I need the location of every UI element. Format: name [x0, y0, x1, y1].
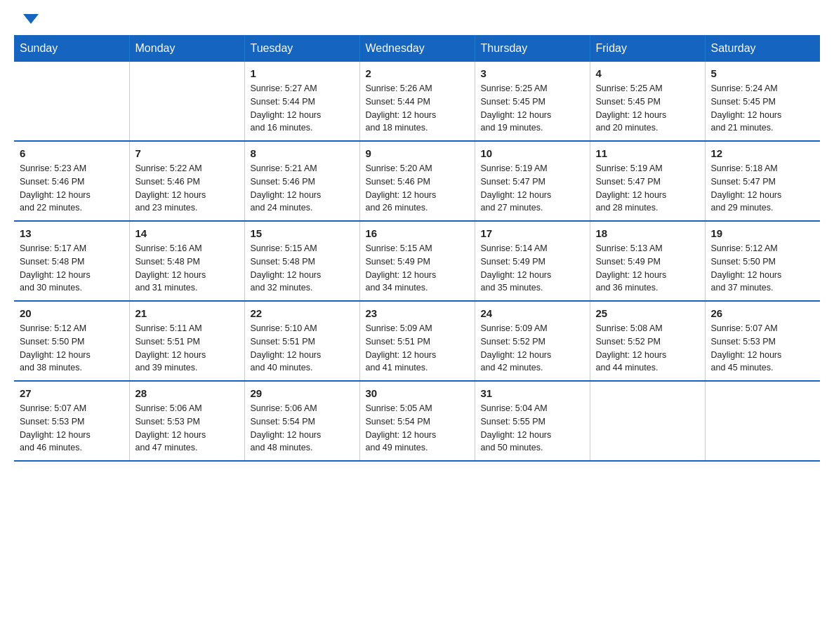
calendar-cell: 15Sunrise: 5:15 AMSunset: 5:48 PMDayligh… [244, 221, 359, 301]
logo [21, 14, 39, 24]
day-number: 20 [20, 307, 124, 319]
day-number: 21 [135, 307, 239, 319]
day-number: 7 [135, 147, 239, 159]
calendar-cell: 28Sunrise: 5:06 AMSunset: 5:53 PMDayligh… [129, 381, 244, 461]
calendar-cell: 30Sunrise: 5:05 AMSunset: 5:54 PMDayligh… [359, 381, 475, 461]
day-info: Sunrise: 5:22 AMSunset: 5:46 PMDaylight:… [135, 162, 239, 215]
day-info: Sunrise: 5:07 AMSunset: 5:53 PMDaylight:… [20, 402, 124, 455]
calendar-cell [590, 381, 705, 461]
day-number: 4 [596, 67, 699, 79]
week-row-4: 27Sunrise: 5:07 AMSunset: 5:53 PMDayligh… [14, 381, 820, 461]
day-info: Sunrise: 5:06 AMSunset: 5:54 PMDaylight:… [251, 402, 354, 455]
calendar-cell: 31Sunrise: 5:04 AMSunset: 5:55 PMDayligh… [475, 381, 590, 461]
day-info: Sunrise: 5:08 AMSunset: 5:52 PMDaylight:… [596, 322, 699, 375]
day-number: 24 [481, 307, 584, 319]
day-info: Sunrise: 5:09 AMSunset: 5:51 PMDaylight:… [366, 322, 469, 375]
logo-triangle-icon [23, 14, 39, 24]
day-number: 26 [711, 307, 815, 319]
day-number: 13 [20, 227, 124, 239]
calendar-cell: 19Sunrise: 5:12 AMSunset: 5:50 PMDayligh… [705, 221, 820, 301]
calendar-cell: 23Sunrise: 5:09 AMSunset: 5:51 PMDayligh… [359, 301, 475, 381]
calendar-cell: 17Sunrise: 5:14 AMSunset: 5:49 PMDayligh… [475, 221, 590, 301]
calendar-cell: 9Sunrise: 5:20 AMSunset: 5:46 PMDaylight… [359, 141, 475, 221]
header-day-thursday: Thursday [475, 35, 590, 62]
day-number: 27 [20, 387, 124, 399]
day-info: Sunrise: 5:26 AMSunset: 5:44 PMDaylight:… [366, 82, 469, 135]
header-day-saturday: Saturday [705, 35, 820, 62]
week-row-3: 20Sunrise: 5:12 AMSunset: 5:50 PMDayligh… [14, 301, 820, 381]
day-info: Sunrise: 5:10 AMSunset: 5:51 PMDaylight:… [251, 322, 354, 375]
calendar-cell: 27Sunrise: 5:07 AMSunset: 5:53 PMDayligh… [14, 381, 129, 461]
day-number: 8 [251, 147, 354, 159]
day-info: Sunrise: 5:07 AMSunset: 5:53 PMDaylight:… [711, 322, 815, 375]
day-number: 22 [251, 307, 354, 319]
calendar-cell: 7Sunrise: 5:22 AMSunset: 5:46 PMDaylight… [129, 141, 244, 221]
day-number: 15 [251, 227, 354, 239]
calendar-cell: 4Sunrise: 5:25 AMSunset: 5:45 PMDaylight… [590, 62, 705, 141]
day-info: Sunrise: 5:06 AMSunset: 5:53 PMDaylight:… [135, 402, 239, 455]
day-number: 2 [366, 67, 469, 79]
day-number: 5 [711, 67, 815, 79]
calendar-cell: 24Sunrise: 5:09 AMSunset: 5:52 PMDayligh… [475, 301, 590, 381]
calendar-cell: 13Sunrise: 5:17 AMSunset: 5:48 PMDayligh… [14, 221, 129, 301]
calendar-cell: 14Sunrise: 5:16 AMSunset: 5:48 PMDayligh… [129, 221, 244, 301]
calendar-cell: 21Sunrise: 5:11 AMSunset: 5:51 PMDayligh… [129, 301, 244, 381]
calendar-cell: 2Sunrise: 5:26 AMSunset: 5:44 PMDaylight… [359, 62, 475, 141]
day-info: Sunrise: 5:15 AMSunset: 5:48 PMDaylight:… [251, 242, 354, 295]
calendar-cell: 20Sunrise: 5:12 AMSunset: 5:50 PMDayligh… [14, 301, 129, 381]
header-day-friday: Friday [590, 35, 705, 62]
day-info: Sunrise: 5:04 AMSunset: 5:55 PMDaylight:… [481, 402, 584, 455]
day-number: 3 [481, 67, 584, 79]
calendar-cell: 5Sunrise: 5:24 AMSunset: 5:45 PMDaylight… [705, 62, 820, 141]
day-info: Sunrise: 5:27 AMSunset: 5:44 PMDaylight:… [251, 82, 354, 135]
day-info: Sunrise: 5:24 AMSunset: 5:45 PMDaylight:… [711, 82, 815, 135]
calendar-cell: 6Sunrise: 5:23 AMSunset: 5:46 PMDaylight… [14, 141, 129, 221]
calendar-cell: 10Sunrise: 5:19 AMSunset: 5:47 PMDayligh… [475, 141, 590, 221]
day-info: Sunrise: 5:17 AMSunset: 5:48 PMDaylight:… [20, 242, 124, 295]
day-number: 18 [596, 227, 699, 239]
day-number: 17 [481, 227, 584, 239]
header-day-tuesday: Tuesday [244, 35, 359, 62]
page-header [14, 14, 820, 24]
day-info: Sunrise: 5:05 AMSunset: 5:54 PMDaylight:… [366, 402, 469, 455]
calendar-cell: 22Sunrise: 5:10 AMSunset: 5:51 PMDayligh… [244, 301, 359, 381]
week-row-1: 6Sunrise: 5:23 AMSunset: 5:46 PMDaylight… [14, 141, 820, 221]
header-row: SundayMondayTuesdayWednesdayThursdayFrid… [14, 35, 820, 62]
calendar-cell: 25Sunrise: 5:08 AMSunset: 5:52 PMDayligh… [590, 301, 705, 381]
calendar-cell: 12Sunrise: 5:18 AMSunset: 5:47 PMDayligh… [705, 141, 820, 221]
day-number: 16 [366, 227, 469, 239]
day-info: Sunrise: 5:14 AMSunset: 5:49 PMDaylight:… [481, 242, 584, 295]
calendar-header: SundayMondayTuesdayWednesdayThursdayFrid… [14, 35, 820, 62]
calendar-table: SundayMondayTuesdayWednesdayThursdayFrid… [14, 35, 820, 462]
day-number: 6 [20, 147, 124, 159]
day-info: Sunrise: 5:25 AMSunset: 5:45 PMDaylight:… [596, 82, 699, 135]
day-info: Sunrise: 5:09 AMSunset: 5:52 PMDaylight:… [481, 322, 584, 375]
calendar-cell: 26Sunrise: 5:07 AMSunset: 5:53 PMDayligh… [705, 301, 820, 381]
day-info: Sunrise: 5:12 AMSunset: 5:50 PMDaylight:… [20, 322, 124, 375]
day-number: 31 [481, 387, 584, 399]
day-info: Sunrise: 5:23 AMSunset: 5:46 PMDaylight:… [20, 162, 124, 215]
day-number: 23 [366, 307, 469, 319]
day-number: 10 [481, 147, 584, 159]
day-info: Sunrise: 5:18 AMSunset: 5:47 PMDaylight:… [711, 162, 815, 215]
day-info: Sunrise: 5:15 AMSunset: 5:49 PMDaylight:… [366, 242, 469, 295]
day-info: Sunrise: 5:20 AMSunset: 5:46 PMDaylight:… [366, 162, 469, 215]
day-number: 19 [711, 227, 815, 239]
calendar-cell: 11Sunrise: 5:19 AMSunset: 5:47 PMDayligh… [590, 141, 705, 221]
header-day-wednesday: Wednesday [359, 35, 475, 62]
calendar-cell: 3Sunrise: 5:25 AMSunset: 5:45 PMDaylight… [475, 62, 590, 141]
calendar-cell [14, 62, 129, 141]
header-day-sunday: Sunday [14, 35, 129, 62]
calendar-cell [129, 62, 244, 141]
header-day-monday: Monday [129, 35, 244, 62]
week-row-2: 13Sunrise: 5:17 AMSunset: 5:48 PMDayligh… [14, 221, 820, 301]
calendar-cell: 29Sunrise: 5:06 AMSunset: 5:54 PMDayligh… [244, 381, 359, 461]
week-row-0: 1Sunrise: 5:27 AMSunset: 5:44 PMDaylight… [14, 62, 820, 141]
calendar-cell: 18Sunrise: 5:13 AMSunset: 5:49 PMDayligh… [590, 221, 705, 301]
calendar-cell: 1Sunrise: 5:27 AMSunset: 5:44 PMDaylight… [244, 62, 359, 141]
day-number: 9 [366, 147, 469, 159]
day-number: 1 [251, 67, 354, 79]
calendar-cell: 16Sunrise: 5:15 AMSunset: 5:49 PMDayligh… [359, 221, 475, 301]
day-info: Sunrise: 5:11 AMSunset: 5:51 PMDaylight:… [135, 322, 239, 375]
day-info: Sunrise: 5:25 AMSunset: 5:45 PMDaylight:… [481, 82, 584, 135]
